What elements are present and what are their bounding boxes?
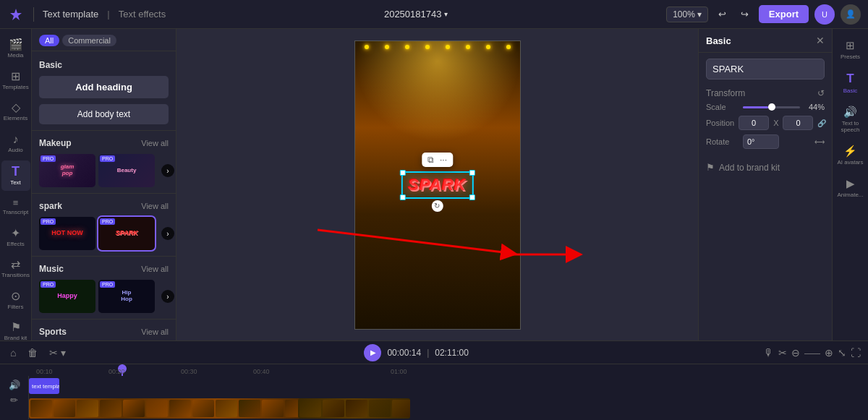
- sidebar-item-elements[interactable]: ◇ Elements: [1, 98, 30, 127]
- scale-slider-thumb[interactable]: [768, 103, 775, 111]
- fullscreen-button[interactable]: ⛶: [851, 347, 861, 359]
- position-link-button[interactable]: 🔗: [817, 119, 826, 127]
- add-heading-button[interactable]: Add heading: [39, 76, 169, 98]
- corner-br[interactable]: [469, 194, 475, 200]
- text-effects-tab[interactable]: Text effects: [119, 9, 166, 20]
- transform-section: Transform ↺ Scale 44% Position X: [706, 88, 825, 149]
- music-grid: PRO Happy PRO HipHop ›: [32, 277, 176, 316]
- track-audio-toggle[interactable]: 🔊: [9, 380, 20, 390]
- corner-tr[interactable]: [469, 170, 475, 176]
- zoom-plus-button[interactable]: ⊕: [825, 347, 833, 359]
- track-edit-toggle[interactable]: ✏: [10, 395, 18, 406]
- corner-bl[interactable]: [399, 194, 405, 200]
- text-track: text templat: [29, 376, 868, 396]
- scissors-button[interactable]: ✂: [778, 347, 787, 359]
- copy-icon[interactable]: ⧉: [427, 155, 434, 165]
- fit-button[interactable]: ⤡: [838, 347, 846, 359]
- split-button[interactable]: ✂ ▾: [46, 346, 69, 360]
- frp-animate[interactable]: ▶ Animate...: [835, 173, 867, 202]
- music-scroll-right[interactable]: ›: [161, 290, 174, 303]
- frp-presets[interactable]: ⊞ Presets: [835, 35, 867, 64]
- svg-marker-0: [10, 9, 22, 20]
- text-input[interactable]: [706, 59, 825, 80]
- sidebar-item-templates[interactable]: ⊞ Templates: [1, 67, 30, 95]
- zoom-minus-button[interactable]: ⊖: [791, 347, 800, 359]
- corner-tl[interactable]: [399, 170, 405, 176]
- close-right-panel-icon[interactable]: ✕: [816, 35, 825, 46]
- rotate-link-button[interactable]: ⟷: [814, 138, 825, 146]
- filter-commercial[interactable]: Commercial: [62, 35, 116, 46]
- trim-button[interactable]: ⌂: [7, 346, 19, 360]
- avatar[interactable]: U: [814, 4, 835, 25]
- tts-icon: 🔊: [843, 106, 857, 119]
- divider-4: [32, 319, 176, 320]
- sidebar-item-filters[interactable]: ⊙ Filters: [1, 286, 30, 315]
- video-clip-secondary[interactable]: [298, 398, 410, 419]
- spark-grid: PRO HOT NOW PRO SPARK ›: [32, 214, 176, 253]
- file-name[interactable]: 20250181743 ▾: [384, 9, 448, 20]
- transform-header: Transform ↺: [706, 88, 825, 98]
- timeline-tracks: 🔊 ✏ text templat: [0, 376, 868, 419]
- right-panel-content: Transform ↺ Scale 44% Position X: [699, 53, 832, 340]
- transform-reset-icon[interactable]: ↺: [817, 88, 825, 98]
- spark-view-all[interactable]: View all: [141, 202, 169, 210]
- user-icon[interactable]: 👤: [841, 4, 861, 25]
- export-button[interactable]: Export: [759, 5, 809, 23]
- far-right-panel: ⊞ Presets T Basic 🔊 Text to speech ⚡ AI …: [832, 29, 868, 340]
- brandkit-icon: ⚑: [11, 322, 21, 333]
- frp-ai[interactable]: ⚡ AI avatars: [835, 140, 867, 170]
- text-template-clip[interactable]: text templat: [29, 378, 59, 394]
- scale-slider[interactable]: [743, 106, 800, 108]
- timeline-right-icons: 🎙 ✂ ⊖ —— ⊕ ⤡ ⛶: [764, 347, 861, 359]
- sports-title: Sports: [39, 327, 67, 337]
- position-y-input[interactable]: [783, 116, 813, 130]
- play-button[interactable]: ▶: [364, 344, 381, 361]
- makeup-scroll-right[interactable]: ›: [161, 164, 174, 177]
- sidebar-item-audio[interactable]: ♪ Audio: [1, 129, 30, 158]
- undo-button[interactable]: ↩: [714, 7, 731, 22]
- position-row: Position X 🔗: [706, 116, 825, 130]
- music-view-all[interactable]: View all: [141, 265, 169, 273]
- add-to-brand-kit[interactable]: ⚑ Add to brand kit: [706, 158, 825, 177]
- sidebar-item-transitions[interactable]: ⇄ Transitions: [1, 254, 30, 283]
- media-icon: 🎬: [9, 39, 23, 51]
- more-icon[interactable]: ···: [440, 155, 447, 165]
- zoom-button[interactable]: 100% ▾: [666, 7, 708, 22]
- position-x-input[interactable]: [739, 116, 769, 130]
- divider-2: [32, 193, 176, 194]
- timeline-zoom-slider[interactable]: ——: [804, 348, 820, 357]
- delete-clip-button[interactable]: 🗑: [25, 346, 41, 360]
- music-thumb-2[interactable]: PRO HipHop: [98, 280, 155, 313]
- canvas-frame: ⧉ ··· SPARK ↻: [354, 40, 521, 330]
- sidebar-item-effects[interactable]: ✦ Effects: [1, 223, 30, 252]
- spark-thumb-1[interactable]: PRO HOT NOW: [39, 217, 95, 250]
- frp-basic[interactable]: T Basic: [835, 67, 867, 98]
- rotate-handle[interactable]: ↻: [431, 200, 443, 212]
- sidebar-item-transcript[interactable]: ≡ Transcript: [1, 194, 30, 220]
- transform-label: Transform: [706, 88, 745, 98]
- sidebar-item-media[interactable]: 🎬 Media: [1, 35, 30, 64]
- frp-tts[interactable]: 🔊 Text to speech: [835, 101, 867, 137]
- rotate-input[interactable]: [743, 134, 779, 149]
- spark-thumb-2[interactable]: PRO SPARK: [98, 217, 155, 250]
- logo[interactable]: [7, 6, 25, 23]
- spark-text[interactable]: SPARK: [408, 176, 466, 194]
- text-element[interactable]: ⧉ ··· SPARK ↻: [401, 171, 473, 199]
- filter-tags: All Commercial: [39, 35, 169, 46]
- timeline-controls: ⌂ 🗑 ✂ ▾ ▶ 00:00:14 | 02:11:00 🎙 ✂ ⊖ —— ⊕…: [0, 341, 868, 364]
- filter-all[interactable]: All: [39, 35, 59, 46]
- makeup-view-all[interactable]: View all: [141, 139, 169, 147]
- sports-view-all[interactable]: View all: [141, 327, 169, 336]
- music-thumb-1[interactable]: PRO Happy: [39, 280, 95, 313]
- makeup-thumb-2[interactable]: PRO Beauty: [98, 154, 155, 187]
- sidebar-item-text[interactable]: T Text: [1, 160, 30, 191]
- makeup-thumb-1[interactable]: PRO glampop: [39, 154, 95, 187]
- spark-scroll-right[interactable]: ›: [161, 227, 174, 240]
- basic-icon: T: [846, 72, 854, 86]
- redo-button[interactable]: ↪: [736, 7, 753, 22]
- lights-row: [355, 41, 520, 53]
- mic-button[interactable]: 🎙: [764, 347, 774, 359]
- add-body-button[interactable]: Add body text: [39, 104, 169, 124]
- sidebar-item-brandkit[interactable]: ⚑ Brand kit: [1, 317, 30, 340]
- left-panel: All Commercial Basic Add heading Add bod…: [32, 29, 176, 340]
